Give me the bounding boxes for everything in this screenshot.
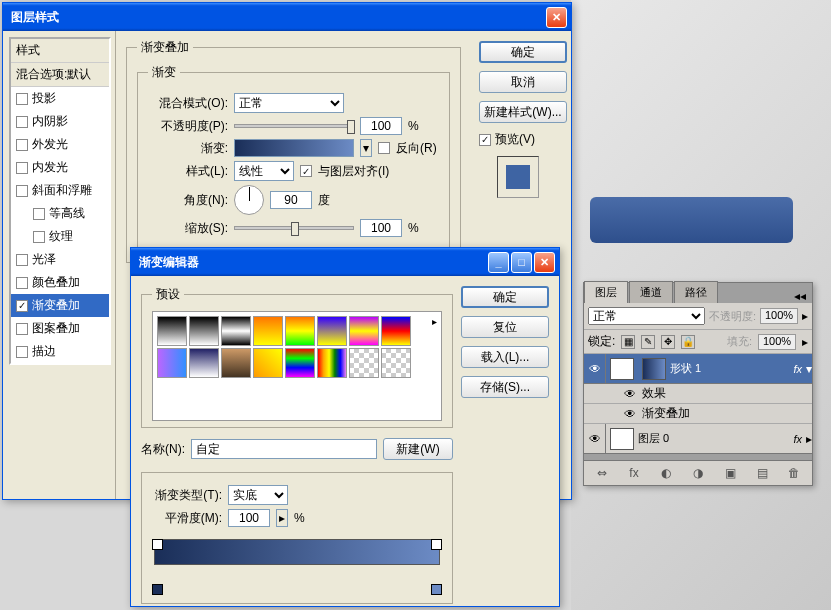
preset-swatch[interactable] — [381, 316, 411, 346]
preset-swatch[interactable] — [381, 348, 411, 378]
lock-position-icon[interactable]: ✥ — [661, 335, 675, 349]
checkbox-icon[interactable] — [33, 208, 45, 220]
fx-badge[interactable]: fx — [793, 433, 806, 445]
gradient-editor-titlebar[interactable]: 渐变编辑器 _ □ ✕ — [131, 248, 559, 276]
preset-swatch[interactable] — [349, 348, 379, 378]
checkbox-icon[interactable] — [16, 277, 28, 289]
style-item-texture[interactable]: 纹理 — [11, 225, 109, 248]
smooth-input[interactable] — [228, 509, 270, 527]
layer-thumbnail[interactable] — [610, 358, 634, 380]
preset-swatch[interactable] — [349, 316, 379, 346]
visibility-icon[interactable]: 👁 — [584, 424, 606, 453]
style-item-drop-shadow[interactable]: 投影 — [11, 87, 109, 110]
layer-thumbnail[interactable] — [610, 428, 634, 450]
blend-options-heading[interactable]: 混合选项:默认 — [11, 63, 109, 87]
blend-mode-select[interactable]: 正常 — [234, 93, 344, 113]
new-gradient-button[interactable]: 新建(W) — [383, 438, 453, 460]
checkbox-icon[interactable] — [16, 300, 28, 312]
opacity-value[interactable]: 100% — [760, 308, 798, 324]
layer-name[interactable]: 形状 1 — [670, 361, 793, 376]
visibility-icon[interactable]: 👁 — [624, 387, 636, 401]
maximize-icon[interactable]: □ — [511, 252, 532, 273]
preset-swatch[interactable] — [189, 348, 219, 378]
lock-all-icon[interactable]: 🔒 — [681, 335, 695, 349]
style-item-inner-glow[interactable]: 内发光 — [11, 156, 109, 179]
ok-button[interactable]: 确定 — [479, 41, 567, 63]
layer-row-layer0[interactable]: 👁 图层 0 fx ▸ — [584, 424, 812, 454]
preset-swatch[interactable] — [189, 316, 219, 346]
opacity-slider[interactable] — [234, 124, 354, 128]
angle-dial[interactable] — [234, 185, 264, 215]
color-stop[interactable] — [152, 584, 163, 595]
close-icon[interactable]: ✕ — [534, 252, 555, 273]
styles-heading[interactable]: 样式 — [11, 39, 109, 63]
blend-mode-select[interactable]: 正常 — [588, 307, 705, 325]
checkbox-icon[interactable] — [16, 116, 28, 128]
style-item-inner-shadow[interactable]: 内阴影 — [11, 110, 109, 133]
opacity-stop[interactable] — [152, 539, 163, 550]
angle-input[interactable] — [270, 191, 312, 209]
effects-row[interactable]: 👁 效果 — [584, 384, 812, 404]
preset-swatch[interactable] — [221, 348, 251, 378]
layer-name[interactable]: 图层 0 — [638, 431, 793, 446]
checkbox-icon[interactable] — [16, 185, 28, 197]
style-item-gradient-overlay[interactable]: 渐变叠加 — [11, 294, 109, 317]
link-icon[interactable]: ⇔ — [593, 465, 611, 481]
mask-icon[interactable]: ◐ — [657, 465, 675, 481]
cancel-button[interactable]: 取消 — [479, 71, 567, 93]
layer-style-titlebar[interactable]: 图层样式 ✕ — [3, 3, 571, 31]
dropdown-arrow-icon[interactable]: ▾ — [360, 139, 372, 157]
visibility-icon[interactable]: 👁 — [624, 407, 636, 421]
checkbox-icon[interactable] — [16, 93, 28, 105]
checkbox-icon[interactable] — [16, 162, 28, 174]
scale-input[interactable] — [360, 219, 402, 237]
opacity-stop[interactable] — [431, 539, 442, 550]
checkbox-icon[interactable] — [16, 346, 28, 358]
gradient-bar[interactable] — [154, 539, 440, 565]
ok-button[interactable]: 确定 — [461, 286, 549, 308]
color-stop[interactable] — [431, 584, 442, 595]
preset-menu-icon[interactable]: ▸ — [432, 316, 437, 327]
adjustment-icon[interactable]: ◑ — [689, 465, 707, 481]
style-item-stroke[interactable]: 描边 — [11, 340, 109, 363]
preview-checkbox[interactable] — [479, 134, 491, 146]
new-style-button[interactable]: 新建样式(W)... — [479, 101, 567, 123]
visibility-icon[interactable]: 👁 — [584, 354, 606, 383]
tab-layers[interactable]: 图层 — [584, 281, 628, 303]
preset-swatch[interactable] — [285, 316, 315, 346]
preset-swatch[interactable] — [157, 348, 187, 378]
reverse-checkbox[interactable] — [378, 142, 390, 154]
panel-menu-icon[interactable]: ◂◂ — [788, 289, 812, 303]
preset-swatch[interactable] — [253, 316, 283, 346]
minimize-icon[interactable]: _ — [488, 252, 509, 273]
preset-swatch[interactable] — [221, 316, 251, 346]
preset-swatch[interactable] — [253, 348, 283, 378]
gradient-preview[interactable] — [234, 139, 354, 157]
save-button[interactable]: 存储(S)... — [461, 376, 549, 398]
fx-badge[interactable]: fx — [793, 363, 806, 375]
new-layer-icon[interactable]: ▤ — [753, 465, 771, 481]
preset-swatch[interactable] — [317, 316, 347, 346]
load-button[interactable]: 载入(L)... — [461, 346, 549, 368]
checkbox-icon[interactable] — [16, 139, 28, 151]
type-select[interactable]: 实底 — [228, 485, 288, 505]
style-item-satin[interactable]: 光泽 — [11, 248, 109, 271]
opacity-input[interactable] — [360, 117, 402, 135]
lock-paint-icon[interactable]: ✎ — [641, 335, 655, 349]
lock-transparency-icon[interactable]: ▦ — [621, 335, 635, 349]
trash-icon[interactable]: 🗑 — [785, 465, 803, 481]
preset-swatch[interactable] — [317, 348, 347, 378]
preset-swatch[interactable] — [157, 316, 187, 346]
checkbox-icon[interactable] — [16, 254, 28, 266]
checkbox-icon[interactable] — [16, 323, 28, 335]
style-item-outer-glow[interactable]: 外发光 — [11, 133, 109, 156]
gradient-bar-area[interactable] — [150, 539, 444, 595]
name-input[interactable] — [191, 439, 377, 459]
chevron-right-icon[interactable]: ▸ — [806, 432, 812, 446]
scale-slider[interactable] — [234, 226, 354, 230]
style-item-contour[interactable]: 等高线 — [11, 202, 109, 225]
layer-row-shape1[interactable]: 👁 形状 1 fx ▾ — [584, 354, 812, 384]
checkbox-icon[interactable] — [33, 231, 45, 243]
close-icon[interactable]: ✕ — [546, 7, 567, 28]
align-checkbox[interactable] — [300, 165, 312, 177]
